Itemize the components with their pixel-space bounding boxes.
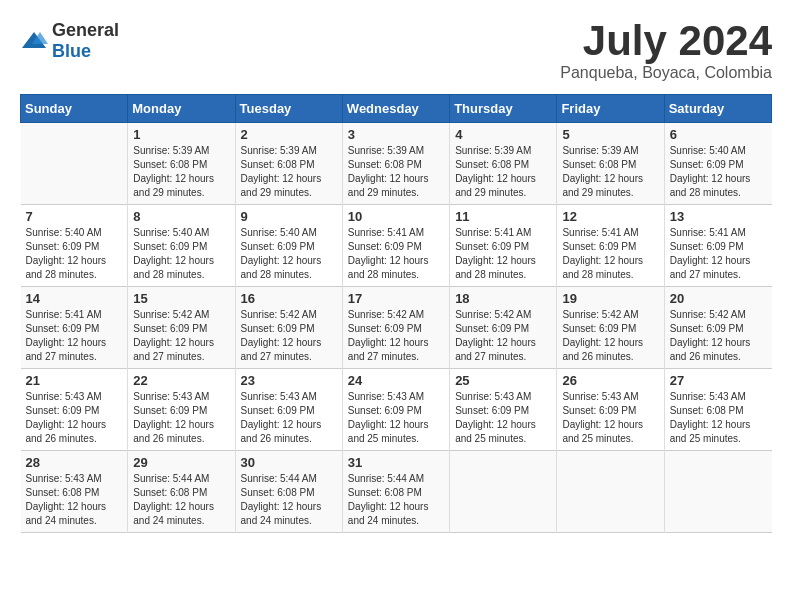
header-saturday: Saturday	[664, 95, 771, 123]
logo: General Blue	[20, 20, 119, 62]
cell-info: Sunrise: 5:42 AM Sunset: 6:09 PM Dayligh…	[133, 308, 229, 364]
day-number: 10	[348, 209, 444, 224]
header-wednesday: Wednesday	[342, 95, 449, 123]
day-number: 7	[26, 209, 123, 224]
day-number: 25	[455, 373, 551, 388]
cell-info: Sunrise: 5:44 AM Sunset: 6:08 PM Dayligh…	[241, 472, 337, 528]
calendar-cell: 24Sunrise: 5:43 AM Sunset: 6:09 PM Dayli…	[342, 369, 449, 451]
day-number: 16	[241, 291, 337, 306]
day-number: 27	[670, 373, 767, 388]
header-thursday: Thursday	[450, 95, 557, 123]
location-title: Panqueba, Boyaca, Colombia	[560, 64, 772, 82]
cell-info: Sunrise: 5:40 AM Sunset: 6:09 PM Dayligh…	[670, 144, 767, 200]
week-row-2: 7Sunrise: 5:40 AM Sunset: 6:09 PM Daylig…	[21, 205, 772, 287]
cell-info: Sunrise: 5:42 AM Sunset: 6:09 PM Dayligh…	[348, 308, 444, 364]
cell-info: Sunrise: 5:42 AM Sunset: 6:09 PM Dayligh…	[670, 308, 767, 364]
calendar-cell: 7Sunrise: 5:40 AM Sunset: 6:09 PM Daylig…	[21, 205, 128, 287]
calendar-cell: 21Sunrise: 5:43 AM Sunset: 6:09 PM Dayli…	[21, 369, 128, 451]
month-title: July 2024	[560, 20, 772, 62]
cell-info: Sunrise: 5:41 AM Sunset: 6:09 PM Dayligh…	[562, 226, 658, 282]
calendar-cell: 9Sunrise: 5:40 AM Sunset: 6:09 PM Daylig…	[235, 205, 342, 287]
cell-info: Sunrise: 5:44 AM Sunset: 6:08 PM Dayligh…	[348, 472, 444, 528]
day-number: 19	[562, 291, 658, 306]
day-number: 18	[455, 291, 551, 306]
cell-info: Sunrise: 5:41 AM Sunset: 6:09 PM Dayligh…	[26, 308, 123, 364]
cell-info: Sunrise: 5:43 AM Sunset: 6:09 PM Dayligh…	[348, 390, 444, 446]
logo-blue: Blue	[52, 41, 91, 61]
cell-info: Sunrise: 5:43 AM Sunset: 6:08 PM Dayligh…	[26, 472, 123, 528]
day-number: 26	[562, 373, 658, 388]
logo-icon	[20, 30, 48, 52]
day-number: 17	[348, 291, 444, 306]
day-number: 14	[26, 291, 123, 306]
calendar-cell: 3Sunrise: 5:39 AM Sunset: 6:08 PM Daylig…	[342, 123, 449, 205]
calendar-cell: 23Sunrise: 5:43 AM Sunset: 6:09 PM Dayli…	[235, 369, 342, 451]
calendar-cell: 10Sunrise: 5:41 AM Sunset: 6:09 PM Dayli…	[342, 205, 449, 287]
calendar-cell: 1Sunrise: 5:39 AM Sunset: 6:08 PM Daylig…	[128, 123, 235, 205]
cell-info: Sunrise: 5:43 AM Sunset: 6:09 PM Dayligh…	[455, 390, 551, 446]
day-number: 23	[241, 373, 337, 388]
day-number: 6	[670, 127, 767, 142]
calendar-cell: 13Sunrise: 5:41 AM Sunset: 6:09 PM Dayli…	[664, 205, 771, 287]
cell-info: Sunrise: 5:39 AM Sunset: 6:08 PM Dayligh…	[348, 144, 444, 200]
day-number: 13	[670, 209, 767, 224]
cell-info: Sunrise: 5:40 AM Sunset: 6:09 PM Dayligh…	[26, 226, 123, 282]
day-number: 29	[133, 455, 229, 470]
day-number: 8	[133, 209, 229, 224]
calendar-cell: 2Sunrise: 5:39 AM Sunset: 6:08 PM Daylig…	[235, 123, 342, 205]
cell-info: Sunrise: 5:43 AM Sunset: 6:09 PM Dayligh…	[26, 390, 123, 446]
day-number: 24	[348, 373, 444, 388]
cell-info: Sunrise: 5:40 AM Sunset: 6:09 PM Dayligh…	[241, 226, 337, 282]
calendar-cell: 18Sunrise: 5:42 AM Sunset: 6:09 PM Dayli…	[450, 287, 557, 369]
calendar-cell: 31Sunrise: 5:44 AM Sunset: 6:08 PM Dayli…	[342, 451, 449, 533]
title-section: July 2024 Panqueba, Boyaca, Colombia	[560, 20, 772, 82]
cell-info: Sunrise: 5:44 AM Sunset: 6:08 PM Dayligh…	[133, 472, 229, 528]
cell-info: Sunrise: 5:43 AM Sunset: 6:08 PM Dayligh…	[670, 390, 767, 446]
day-number: 15	[133, 291, 229, 306]
cell-info: Sunrise: 5:40 AM Sunset: 6:09 PM Dayligh…	[133, 226, 229, 282]
calendar-cell: 12Sunrise: 5:41 AM Sunset: 6:09 PM Dayli…	[557, 205, 664, 287]
day-number: 2	[241, 127, 337, 142]
day-number: 1	[133, 127, 229, 142]
day-number: 12	[562, 209, 658, 224]
day-number: 20	[670, 291, 767, 306]
calendar-cell: 17Sunrise: 5:42 AM Sunset: 6:09 PM Dayli…	[342, 287, 449, 369]
calendar-cell: 16Sunrise: 5:42 AM Sunset: 6:09 PM Dayli…	[235, 287, 342, 369]
cell-info: Sunrise: 5:43 AM Sunset: 6:09 PM Dayligh…	[241, 390, 337, 446]
calendar-header: Sunday Monday Tuesday Wednesday Thursday…	[21, 95, 772, 123]
cell-info: Sunrise: 5:43 AM Sunset: 6:09 PM Dayligh…	[562, 390, 658, 446]
cell-info: Sunrise: 5:39 AM Sunset: 6:08 PM Dayligh…	[241, 144, 337, 200]
calendar-cell: 27Sunrise: 5:43 AM Sunset: 6:08 PM Dayli…	[664, 369, 771, 451]
header-row: Sunday Monday Tuesday Wednesday Thursday…	[21, 95, 772, 123]
calendar-cell: 19Sunrise: 5:42 AM Sunset: 6:09 PM Dayli…	[557, 287, 664, 369]
cell-info: Sunrise: 5:39 AM Sunset: 6:08 PM Dayligh…	[133, 144, 229, 200]
week-row-3: 14Sunrise: 5:41 AM Sunset: 6:09 PM Dayli…	[21, 287, 772, 369]
calendar-cell: 30Sunrise: 5:44 AM Sunset: 6:08 PM Dayli…	[235, 451, 342, 533]
day-number: 3	[348, 127, 444, 142]
calendar-cell: 29Sunrise: 5:44 AM Sunset: 6:08 PM Dayli…	[128, 451, 235, 533]
cell-info: Sunrise: 5:42 AM Sunset: 6:09 PM Dayligh…	[455, 308, 551, 364]
calendar-cell: 22Sunrise: 5:43 AM Sunset: 6:09 PM Dayli…	[128, 369, 235, 451]
calendar-cell	[21, 123, 128, 205]
day-number: 9	[241, 209, 337, 224]
calendar-cell: 28Sunrise: 5:43 AM Sunset: 6:08 PM Dayli…	[21, 451, 128, 533]
calendar-cell: 5Sunrise: 5:39 AM Sunset: 6:08 PM Daylig…	[557, 123, 664, 205]
cell-info: Sunrise: 5:41 AM Sunset: 6:09 PM Dayligh…	[348, 226, 444, 282]
day-number: 21	[26, 373, 123, 388]
header-monday: Monday	[128, 95, 235, 123]
calendar-cell	[557, 451, 664, 533]
cell-info: Sunrise: 5:42 AM Sunset: 6:09 PM Dayligh…	[241, 308, 337, 364]
calendar-cell: 6Sunrise: 5:40 AM Sunset: 6:09 PM Daylig…	[664, 123, 771, 205]
cell-info: Sunrise: 5:39 AM Sunset: 6:08 PM Dayligh…	[562, 144, 658, 200]
week-row-4: 21Sunrise: 5:43 AM Sunset: 6:09 PM Dayli…	[21, 369, 772, 451]
calendar-cell: 25Sunrise: 5:43 AM Sunset: 6:09 PM Dayli…	[450, 369, 557, 451]
cell-info: Sunrise: 5:41 AM Sunset: 6:09 PM Dayligh…	[670, 226, 767, 282]
calendar-cell: 4Sunrise: 5:39 AM Sunset: 6:08 PM Daylig…	[450, 123, 557, 205]
logo-text: General Blue	[52, 20, 119, 62]
cell-info: Sunrise: 5:42 AM Sunset: 6:09 PM Dayligh…	[562, 308, 658, 364]
day-number: 30	[241, 455, 337, 470]
day-number: 28	[26, 455, 123, 470]
week-row-1: 1Sunrise: 5:39 AM Sunset: 6:08 PM Daylig…	[21, 123, 772, 205]
day-number: 5	[562, 127, 658, 142]
header: General Blue July 2024 Panqueba, Boyaca,…	[20, 20, 772, 82]
